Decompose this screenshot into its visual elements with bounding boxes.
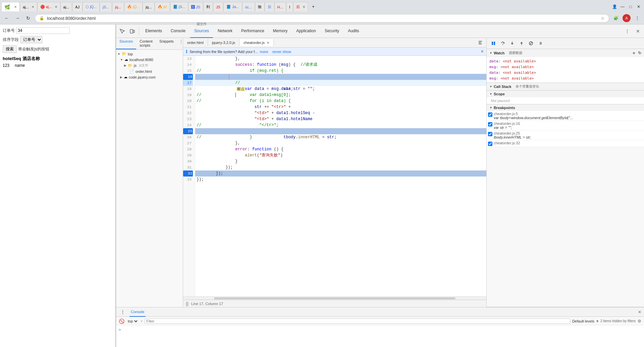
dt-tab-sources[interactable]: Sources 源文件 [190, 24, 213, 38]
bookmark-icon[interactable]: ☆ [601, 16, 605, 21]
editor-tab-order[interactable]: order.html [183, 39, 208, 46]
tree-js-folder[interactable]: ▶ 📁 js js文件 [116, 62, 183, 68]
dt-tab-security[interactable]: Security [321, 24, 343, 38]
order-input[interactable] [16, 27, 70, 34]
dt-tab-network[interactable]: Network [214, 24, 236, 38]
console-body[interactable]: > [116, 326, 644, 347]
pause-btn[interactable] [489, 39, 497, 47]
browser-tab-22[interactable]: 后 ✕ [293, 2, 308, 11]
dt-tab-performance[interactable]: Performance [237, 24, 268, 38]
scrollbar-thumb[interactable] [214, 297, 455, 299]
console-context-select[interactable]: top [126, 319, 139, 324]
browser-tab-9[interactable]: 🔥 jQ... [124, 2, 143, 11]
bp-checkbox-2[interactable] [488, 122, 492, 127]
horizontal-scrollbar[interactable] [183, 296, 486, 300]
tree-jquery[interactable]: ▶ ☁ code.jquery.com [116, 74, 183, 80]
browser-tab-5[interactable]: AJ [72, 2, 83, 11]
dt-tab-memory[interactable]: Memory [269, 24, 291, 38]
tab-close-22[interactable]: ✕ [303, 5, 305, 9]
callstack-header[interactable]: ▼ Call Stack 各个变量值变化 [487, 83, 644, 90]
tab-close[interactable]: ✕ [14, 5, 17, 9]
console-more-btn[interactable]: ⋮ [119, 308, 127, 316]
browser-tab-6[interactable]: ⬡ jQ... [83, 2, 100, 11]
console-level-arrow[interactable]: ▾ [596, 319, 598, 324]
console-close-btn[interactable]: ✕ [638, 310, 641, 314]
step-over-btn[interactable] [499, 39, 507, 47]
refresh-btn[interactable]: ↻ [24, 14, 32, 22]
dt-tab-application[interactable]: Application [292, 24, 320, 38]
browser-tab-18[interactable]: 验 [255, 2, 265, 11]
sources-tab-content[interactable]: Content scripts [136, 38, 156, 49]
browser-tab-14[interactable]: 利 [203, 2, 213, 11]
format-btn[interactable] [476, 38, 485, 47]
info-never-show-link[interactable]: never show [272, 50, 291, 54]
sources-tab-snippets[interactable]: Snippets [156, 38, 177, 49]
line-num-16[interactable]: 16 [183, 74, 193, 80]
browser-tab-17[interactable]: sc... [242, 2, 255, 11]
info-close-btn[interactable]: ✕ [481, 49, 484, 54]
editor-tab-cheat-close[interactable]: ✕ [267, 41, 269, 45]
watch-refresh-btn[interactable]: ↻ [638, 51, 641, 55]
browser-tab-10[interactable]: jq... [143, 2, 155, 11]
step-out-btn[interactable] [518, 39, 526, 47]
back-btn[interactable]: ← [3, 14, 11, 22]
sources-tab-sources[interactable]: Sources [116, 38, 136, 49]
bp-checkbox-3[interactable] [488, 132, 492, 136]
inspect-element-btn[interactable] [117, 27, 127, 36]
browser-tab-21[interactable]: I [286, 2, 293, 11]
browser-tab-active[interactable]: 🌿 ✕ [1, 2, 20, 11]
new-tab-btn[interactable]: + [308, 4, 318, 9]
browser-tab-4[interactable]: aj... [60, 2, 72, 11]
minimize-btn[interactable]: — [620, 4, 625, 9]
editor-tab-jquery[interactable]: jquery-3.2.0.js [208, 39, 239, 46]
device-toolbar-btn[interactable] [127, 27, 137, 36]
tree-order-html[interactable]: 📄 order.html [116, 68, 183, 74]
line-num-25[interactable]: 25 [183, 128, 193, 134]
bp-checkbox-1[interactable] [488, 112, 492, 117]
dt-tab-console[interactable]: Console [167, 24, 190, 38]
profile-icon[interactable]: 👤 [612, 4, 617, 9]
browser-tab-11[interactable]: 🔥 js! [155, 2, 170, 11]
browser-tab-2[interactable]: aj... ✕ [20, 2, 37, 11]
maximize-btn[interactable]: □ [628, 4, 633, 9]
pause-on-exception-btn[interactable]: ⏸ [536, 39, 544, 47]
watch-add-btn[interactable]: + [633, 50, 635, 56]
breakpoints-header[interactable]: ▼ Breakpoints [487, 104, 644, 111]
url-bar[interactable]: 🔒 localhost:8080/order.html ☆ [35, 14, 609, 22]
browser-tab-3[interactable]: 🔴 aj... ✕ [37, 2, 60, 11]
dt-tab-audits[interactable]: Audits [344, 24, 363, 38]
code-content[interactable]: }, success: function (msg) { //请求成 // if… [195, 56, 486, 296]
scope-header[interactable]: ▼ Scope [487, 91, 644, 97]
dt-tab-elements[interactable]: Elements [141, 24, 166, 38]
browser-tab-8[interactable]: jq... [112, 2, 124, 11]
browser-tab-19[interactable]: 后 [265, 2, 274, 11]
code-editor[interactable]: 13 14 15 16 17 18 19 20 21 22 23 24 [183, 56, 486, 296]
info-more-link[interactable]: more [260, 50, 268, 54]
tab-close-3[interactable]: ✕ [55, 5, 57, 9]
tree-localhost[interactable]: ▼ ☁ localhost:8080 [116, 57, 183, 62]
tab-close-2[interactable]: ✕ [32, 5, 34, 9]
console-clear-btn[interactable]: 🚫 [119, 318, 124, 324]
browser-tab-16[interactable]: 📘 Ja... [223, 2, 242, 11]
console-settings-btn[interactable]: ⚙ [638, 319, 641, 324]
console-prompt[interactable]: > [119, 327, 641, 333]
tree-top[interactable]: ▼ 📁 top [116, 51, 183, 57]
browser-tab-7[interactable]: jS... [100, 2, 112, 11]
browser-tab-15[interactable]: JS [213, 2, 223, 11]
profile-avatar[interactable]: A [623, 14, 631, 22]
menu-btn[interactable]: ⋮ [633, 14, 641, 22]
bp-checkbox-4[interactable] [488, 142, 492, 146]
console-tab[interactable]: Console [129, 307, 146, 317]
devtools-more-btn[interactable]: ⋮ [623, 27, 632, 36]
sort-select[interactable]: 订单号 [20, 36, 42, 43]
search-btn[interactable]: 搜索 [3, 45, 17, 53]
editor-tab-cheat[interactable]: cheatorder.js ✕ [239, 39, 274, 46]
browser-tab-12[interactable]: 📘 jS... [170, 2, 188, 11]
line-num-32[interactable]: 32 [183, 170, 193, 177]
console-filter-input[interactable] [145, 318, 570, 324]
watch-header[interactable]: ▼ Watch 观察数据 + ↻ [487, 49, 644, 57]
browser-tab-13[interactable]: 🅱 JS [188, 2, 203, 11]
close-btn[interactable]: ✕ [636, 4, 641, 9]
deactivate-breakpoints-btn[interactable] [527, 39, 535, 47]
forward-btn[interactable]: → [13, 14, 21, 22]
